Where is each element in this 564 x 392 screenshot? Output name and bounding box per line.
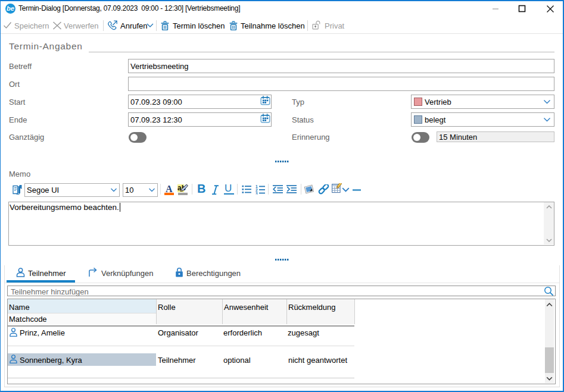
svg-text:3: 3 [255,192,258,195]
